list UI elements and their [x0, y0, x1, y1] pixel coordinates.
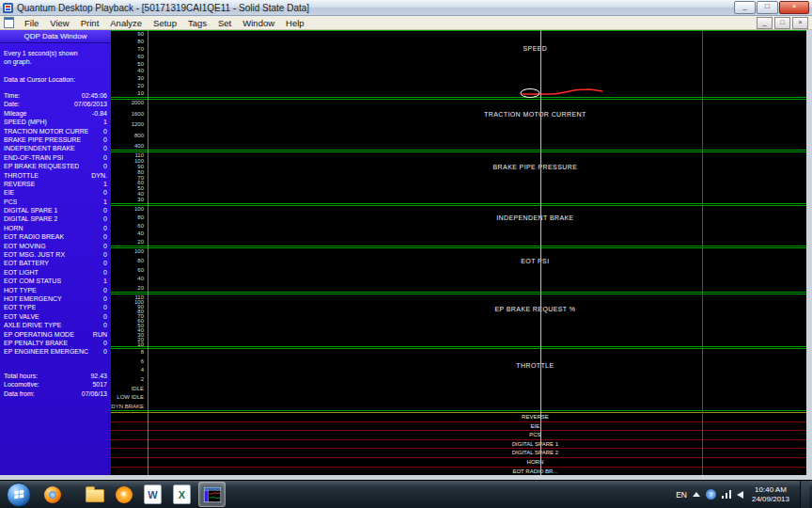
- y-axis-ticks: 10080604020: [111, 206, 146, 246]
- chevron-up-icon[interactable]: [693, 492, 700, 497]
- menu-item[interactable]: View: [44, 17, 74, 29]
- field-value: 0: [88, 127, 107, 135]
- mdi-close-button[interactable]: ×: [792, 17, 808, 29]
- field-value: 0: [88, 347, 107, 356]
- language-indicator[interactable]: EN: [676, 490, 687, 500]
- field-value: 0: [88, 135, 107, 144]
- tick-label: 60: [137, 55, 144, 59]
- field-label: INDEPENDENT BRAKE: [4, 144, 75, 152]
- menu-item[interactable]: File: [19, 17, 44, 29]
- digital-channel-label: EIE: [531, 423, 540, 430]
- tick-label: 8: [141, 350, 144, 355]
- tick-label: 80: [137, 259, 144, 263]
- strip-title: BRAKE PIPE PRESSURE: [493, 164, 578, 170]
- digital-channel-label: PCS: [529, 432, 540, 438]
- tick-label: 1600: [132, 112, 144, 117]
- title-bar[interactable]: Quantum Desktop Playback - [50171319CAI1…: [0, 0, 812, 16]
- field-label: EOT RADIO BREAK: [4, 232, 64, 241]
- field-label: EP OPERATING MODE: [4, 330, 74, 339]
- action-center-icon[interactable]: ?: [706, 489, 716, 500]
- orange-app-icon[interactable]: ✶: [111, 483, 136, 506]
- tick-label: 400: [134, 144, 144, 149]
- field-value: RUN: [88, 330, 107, 339]
- explorer-folder-icon[interactable]: [82, 483, 107, 506]
- menu-item[interactable]: Setup: [148, 17, 182, 29]
- tick-label: 100: [134, 249, 144, 254]
- chart-area[interactable]: 908070605040302010 SPEED 200016001200800…: [111, 30, 806, 475]
- tick-label: 80: [137, 170, 144, 175]
- document-icon[interactable]: [4, 17, 14, 28]
- interval-text-line1: Every 1 second(s) shown: [4, 49, 107, 57]
- desktop: Quantum Desktop Playback - [50171319CAI1…: [0, 0, 812, 508]
- cursor-data-fields: Time: 02:45:06 Date: 07/06/2013 Mileage …: [0, 91, 111, 357]
- minimize-button[interactable]: _: [734, 1, 756, 14]
- cursor-line[interactable]: [540, 30, 541, 475]
- field-value: 0: [88, 312, 107, 321]
- field-value: 0: [88, 206, 107, 214]
- menu-item[interactable]: Tags: [182, 17, 212, 29]
- field-value: 5017: [88, 380, 107, 389]
- digital-channel-label: DIGITAL SPARE 1: [512, 441, 558, 448]
- data-field-row: DIGITAL SPARE 1 0: [0, 206, 111, 214]
- tray-time: 10:40 AM: [755, 485, 787, 495]
- network-icon[interactable]: [722, 490, 731, 499]
- field-label: Locomotive:: [4, 380, 39, 389]
- windows-flag-icon: [13, 488, 25, 500]
- digital-channel-label: REVERSE: [522, 414, 549, 421]
- excel-icon[interactable]: X: [169, 483, 195, 506]
- strip-title: INDEPENDENT BRAKE: [496, 214, 574, 221]
- field-label: PCS: [4, 198, 17, 206]
- menu-item[interactable]: Set: [212, 17, 237, 29]
- menu-item[interactable]: Print: [75, 17, 105, 29]
- tick-label: 2000: [132, 101, 144, 105]
- tick-label: 40: [137, 231, 144, 236]
- marker-line[interactable]: [702, 30, 703, 475]
- volume-icon[interactable]: [737, 491, 743, 499]
- field-value: 0: [88, 294, 107, 303]
- maximize-button[interactable]: □: [757, 1, 778, 14]
- field-value: DYN.: [88, 171, 107, 180]
- word-icon[interactable]: W: [140, 483, 165, 506]
- close-button[interactable]: ×: [779, 1, 809, 14]
- tick-label: 30: [137, 198, 144, 202]
- y-axis-ticks: 10080604020: [111, 248, 146, 292]
- field-value: 0: [88, 224, 107, 232]
- y-axis-ticks: 8642IDLELOW IDLEDYN BRAKE: [111, 349, 146, 410]
- data-field-row: Time: 02:45:06: [0, 91, 111, 100]
- tick-label: 800: [134, 134, 144, 138]
- field-value: 1: [88, 198, 107, 206]
- tray-date: 24/09/2013: [752, 495, 789, 504]
- mdi-minimize-button[interactable]: _: [757, 17, 773, 29]
- field-label: Total hours:: [4, 372, 38, 380]
- menu-item[interactable]: Help: [280, 17, 310, 29]
- cursor-location-heading: Data at Cursor Location:: [4, 75, 107, 84]
- clock[interactable]: 10:40 AM 24/09/2013: [752, 485, 789, 504]
- qdp-app-icon[interactable]: [198, 482, 226, 507]
- data-field-row: HOT EMERGENCY 0: [0, 294, 111, 303]
- menu-item[interactable]: Analyze: [104, 17, 148, 29]
- window-title: Quantum Desktop Playback - [50171319CAI1…: [17, 1, 734, 15]
- menu-item[interactable]: Window: [237, 17, 280, 29]
- firefox-icon[interactable]: [39, 483, 65, 506]
- field-label: DIGITAL SPARE 2: [4, 214, 57, 223]
- tick-label: 50: [137, 62, 144, 67]
- qdp-data-panel: QDP Data Window Every 1 second(s) shown …: [0, 30, 111, 475]
- data-field-row: HORN 0: [0, 224, 111, 232]
- start-button[interactable]: [7, 483, 31, 507]
- data-field-row: TRACTION MOTOR CURRENT 0: [0, 127, 111, 135]
- data-field-row: PCS 1: [0, 198, 111, 206]
- field-value: 0: [88, 321, 107, 329]
- tick-label: 1200: [132, 122, 144, 127]
- y-axis-ticks: 200016001200800400: [111, 100, 146, 150]
- field-value: 02:45:06: [82, 91, 107, 100]
- field-label: TRACTION MOTOR CURRENT: [4, 127, 88, 135]
- show-desktop-button[interactable]: [800, 481, 809, 508]
- data-field-row: AXLE DRIVE TYPE 0: [0, 321, 111, 329]
- data-field-row: EP ENGINEER EMERGENCY 0: [0, 347, 111, 356]
- mdi-restore-button[interactable]: □: [774, 17, 790, 29]
- field-label: EOT COM STATUS: [4, 277, 61, 285]
- strip-title: TRACTION MOTOR CURRENT: [484, 111, 586, 118]
- field-value: 1: [88, 180, 107, 188]
- data-field-row: EIE 0: [0, 188, 111, 197]
- field-value: 0: [88, 153, 107, 162]
